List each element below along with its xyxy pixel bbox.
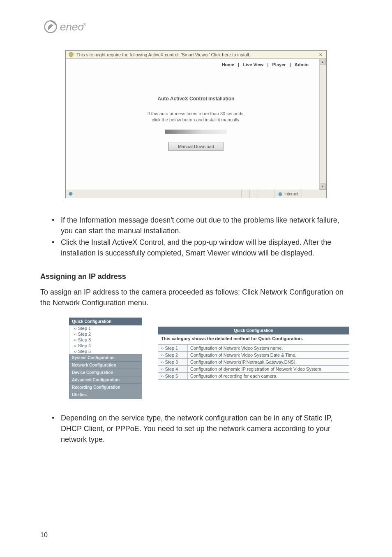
sidebar-step-5[interactable]: ›› Step 5 xyxy=(69,348,142,354)
table-row: ›› Step 2Configuration of Network Video … xyxy=(158,351,349,358)
manual-download-button[interactable]: Manual Download xyxy=(168,142,224,151)
sidebar-step-3[interactable]: ›› Step 3 xyxy=(69,337,142,343)
eneo-logo-icon xyxy=(44,20,58,34)
sidebar-device-configuration[interactable]: Device Configuration xyxy=(69,369,142,376)
bullet-item: If the Information message doesn't come … xyxy=(52,215,352,236)
activex-install-screenshot: This site might require the following Ac… xyxy=(65,50,327,198)
internet-zone-label: Internet xyxy=(284,192,298,196)
table-row: ›› Step 3Configuration of Network(IP,Net… xyxy=(158,358,349,365)
scroll-down-icon[interactable]: ▾ xyxy=(320,183,326,190)
sidebar-utilities[interactable]: Utilities xyxy=(69,391,142,399)
tab-player[interactable]: Player xyxy=(271,62,287,67)
sidebar-step-2[interactable]: ›› Step 2 xyxy=(69,331,142,337)
sidebar-network-configuration[interactable]: Network Configuration xyxy=(69,362,142,369)
sidebar-step-4[interactable]: ›› Step 4 xyxy=(69,343,142,348)
qc-step-desc: Configuration of Network(IP,Netmask,Gate… xyxy=(188,358,349,365)
qc-step-label[interactable]: ›› Step 5 xyxy=(158,372,188,379)
activex-heading: Auto ActiveX Control Installation xyxy=(148,96,245,102)
qc-step-label[interactable]: ›› Step 3 xyxy=(158,358,188,365)
sidebar-step-1[interactable]: ›› Step 1 xyxy=(69,325,142,331)
bullet-item: Depending on the service type, the netwo… xyxy=(52,413,352,445)
page-tabs: Home | Live View | Player | Admin xyxy=(221,62,310,67)
qc-caption: This category shows the detailed method … xyxy=(158,334,349,344)
qc-step-label[interactable]: ›› Step 2 xyxy=(158,351,188,358)
infobar-text: This site might require the following Ac… xyxy=(76,52,317,57)
page-number: 10 xyxy=(40,531,48,539)
tab-home[interactable]: Home xyxy=(221,62,236,67)
ie-infobar[interactable]: This site might require the following Ac… xyxy=(66,51,326,59)
section-paragraph: To assign an IP address to the camera pr… xyxy=(40,287,352,308)
config-ui-screenshot: Quick Configuration ›› Step 1 ›› Step 2 … xyxy=(69,318,352,399)
scroll-up-icon[interactable]: ▴ xyxy=(320,59,326,65)
config-sidebar: Quick Configuration ›› Step 1 ›› Step 2 … xyxy=(69,318,142,399)
quick-configuration-panel: Quick Configuration This category shows … xyxy=(158,327,349,380)
tab-admin[interactable]: Admin xyxy=(293,62,310,67)
shield-icon xyxy=(68,52,74,58)
table-row: ›› Step 1Configuration of Network Video … xyxy=(158,344,349,351)
sidebar-advanced-configuration[interactable]: Advanced Configuration xyxy=(69,376,142,384)
qc-steps-table: ›› Step 1Configuration of Network Video … xyxy=(158,344,349,380)
sidebar-system-configuration[interactable]: System Configuration xyxy=(69,354,142,362)
qc-step-desc: Configuration of recording for each came… xyxy=(188,372,349,379)
svg-point-4 xyxy=(279,192,282,196)
brand-logo: eneo® xyxy=(44,20,352,34)
tab-live-view[interactable]: Live View xyxy=(242,62,265,67)
progress-bar xyxy=(165,130,227,134)
table-row: ›› Step 4Configuration of dynamic IP reg… xyxy=(158,365,349,372)
status-globe-icon xyxy=(66,190,76,198)
activex-message: If this auto process takes more than 30 … xyxy=(148,111,245,123)
vertical-scrollbar[interactable]: ▴ ▾ xyxy=(319,59,326,190)
internet-zone-icon xyxy=(278,192,283,197)
sidebar-recording-configuration[interactable]: Recording Configuration xyxy=(69,384,142,391)
bullet-item: Click the Install ActiveX Control, and t… xyxy=(52,237,352,258)
qc-title: Quick Configuration xyxy=(158,327,349,334)
qc-step-label[interactable]: ›› Step 4 xyxy=(158,365,188,372)
infobar-close-icon[interactable]: × xyxy=(317,51,324,58)
qc-step-desc: Configuration of Network Video System na… xyxy=(188,344,349,351)
qc-step-label[interactable]: ›› Step 1 xyxy=(158,344,188,351)
qc-step-desc: Configuration of Network Video System Da… xyxy=(188,351,349,358)
sidebar-header-quick[interactable]: Quick Configuration xyxy=(69,318,142,325)
table-row: ›› Step 5Configuration of recording for … xyxy=(158,372,349,379)
section-heading: Assigning an IP address xyxy=(40,272,352,281)
brand-name: eneo® xyxy=(60,21,86,33)
ie-status-bar: Internet xyxy=(66,190,326,198)
qc-step-desc: Configuration of dynamic IP registration… xyxy=(188,365,349,372)
